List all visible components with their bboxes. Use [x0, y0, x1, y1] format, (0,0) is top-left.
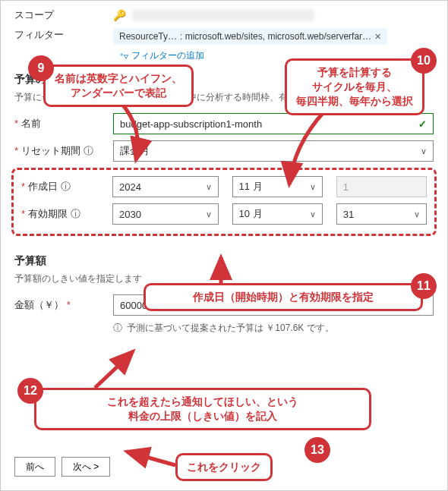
- created-label: *作成日 ⓘ: [21, 180, 112, 194]
- expiry-day-select[interactable]: 31∨: [336, 203, 427, 225]
- add-filter-label: フィルターの追加: [131, 49, 204, 62]
- annotation-callout-9: 名前は英数字とハイフン、 アンダーバーで表記: [43, 65, 194, 107]
- annotation-callout-13: これをクリック: [175, 453, 273, 481]
- chevron-down-icon: ∨: [421, 146, 427, 156]
- annotation-badge-9: 9: [28, 55, 54, 81]
- annotation-badge-13: 13: [304, 437, 330, 463]
- annotation-badge-11: 11: [411, 273, 437, 299]
- created-month-select[interactable]: 11 月∨: [232, 176, 323, 197]
- scope-label: スコープ: [14, 8, 113, 22]
- annotation-callout-10: 予算を計算する サイクルを毎月、 毎四半期、毎年から選択: [285, 58, 424, 115]
- created-year-select[interactable]: 2024∨: [112, 176, 219, 197]
- info-icon: ⓘ: [113, 322, 122, 335]
- info-icon[interactable]: ⓘ: [61, 181, 71, 192]
- reset-select[interactable]: 課金月 ∨: [113, 140, 434, 162]
- amount-label: 金額（￥） *: [14, 298, 113, 312]
- check-icon: ✓: [418, 118, 427, 130]
- key-icon: 🔑: [113, 9, 126, 21]
- info-icon[interactable]: ⓘ: [71, 208, 80, 219]
- name-label: *名前: [14, 117, 113, 131]
- annotation-badge-10: 10: [411, 48, 437, 74]
- next-button[interactable]: 次へ >: [62, 457, 110, 477]
- scope-value-blurred: [132, 9, 314, 21]
- expiry-label: *有効期限 ⓘ: [21, 207, 112, 221]
- expiry-month-select[interactable]: 10 月∨: [232, 203, 323, 225]
- add-filter-link[interactable]: ⁺▿ フィルターの追加: [119, 49, 204, 62]
- info-icon[interactable]: ⓘ: [84, 145, 93, 156]
- annotation-callout-11: 作成日（開始時期）と有効期限を指定: [144, 283, 423, 311]
- annotation-badge-12: 12: [17, 378, 43, 404]
- chevron-down-icon: ∨: [310, 209, 316, 219]
- close-icon[interactable]: ✕: [374, 32, 381, 42]
- filter-plus-icon: ⁺▿: [119, 51, 128, 61]
- annotation-callout-12: これを超えたら通知してほしい、という 料金の上限（しきい値）を記入: [34, 388, 371, 430]
- filter-label: フィルター: [14, 28, 113, 42]
- reset-label: *リセット期間 ⓘ: [14, 144, 113, 158]
- name-input[interactable]: budget-app-subscription1-month ✓: [113, 113, 434, 134]
- chevron-down-icon: ∨: [206, 182, 212, 192]
- chevron-down-icon: ∨: [414, 209, 420, 219]
- expiry-year-select[interactable]: 2030∨: [112, 203, 219, 225]
- filter-pill-value: : microsoft.web/sites, microsoft.web/ser…: [180, 31, 371, 42]
- filter-pill[interactable]: ResourceTy… : microsoft.web/sites, micro…: [113, 28, 387, 45]
- date-range-group: *作成日 ⓘ 2024∨ 11 月∨ 1 *有効期限 ⓘ 2030∨ 10 月∨…: [11, 168, 437, 236]
- created-day-disabled: 1: [336, 176, 427, 197]
- chevron-down-icon: ∨: [206, 209, 212, 219]
- budget-suggestion-line: ⓘ 予測に基づいて提案された予算は ￥107.6K です。: [113, 322, 434, 335]
- filter-pill-prefix: ResourceTy…: [119, 31, 177, 42]
- annotation-arrow-13: [121, 445, 181, 478]
- budget-title: 予算額: [14, 254, 434, 268]
- budget-suggestion: 予測に基づいて提案された予算は ￥107.6K です。: [127, 322, 334, 335]
- prev-button[interactable]: 前へ: [14, 457, 55, 477]
- chevron-down-icon: ∨: [310, 182, 316, 192]
